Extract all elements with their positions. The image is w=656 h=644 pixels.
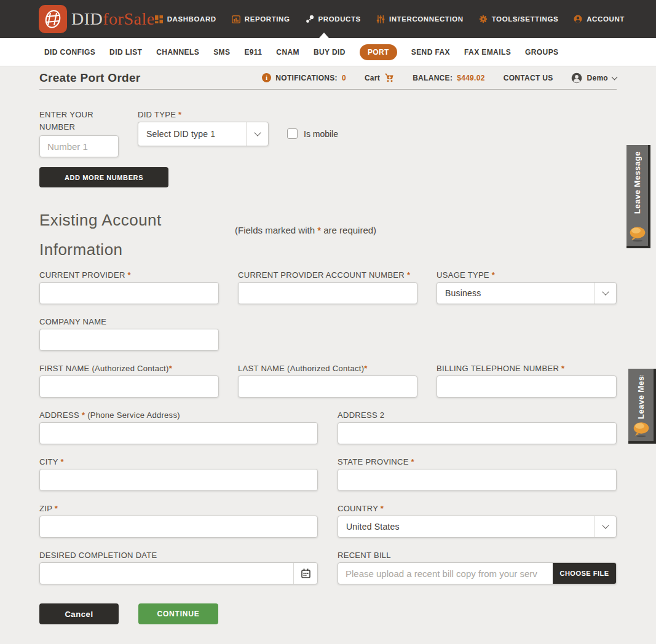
user-avatar-icon bbox=[571, 73, 582, 84]
address2-input[interactable] bbox=[338, 422, 617, 444]
tab-send-fax[interactable]: SEND FAX bbox=[411, 48, 450, 57]
current-provider-input[interactable] bbox=[39, 282, 219, 304]
notifications-link[interactable]: i NOTIFICATIONS: 0 bbox=[262, 73, 346, 82]
form-row: CURRENT PROVIDER * CURRENT PROVIDER ACCO… bbox=[39, 269, 617, 304]
select-dropdown-button[interactable] bbox=[594, 516, 616, 537]
contact-us-link[interactable]: CONTACT US bbox=[504, 74, 553, 82]
cart-link[interactable]: Cart bbox=[365, 73, 394, 82]
nav-label: PRODUCTS bbox=[318, 15, 361, 23]
user-menu[interactable]: Demo bbox=[571, 73, 617, 84]
leave-message-label: Leave Message bbox=[633, 151, 642, 214]
first-name-group: FIRST NAME (Authorized Contact)* bbox=[39, 363, 219, 398]
account-number-input[interactable] bbox=[238, 282, 417, 304]
form-row: CITY * STATE PROVINCE * bbox=[39, 456, 617, 491]
tab-cnam[interactable]: CNAM bbox=[276, 48, 299, 57]
billing-phone-input[interactable] bbox=[437, 375, 617, 398]
address-label: ADDRESS * (Phone Service Address) bbox=[39, 409, 318, 422]
select-dropdown-button[interactable] bbox=[246, 122, 268, 146]
first-name-input[interactable] bbox=[39, 375, 219, 398]
address2-label: ADDRESS 2 bbox=[338, 409, 617, 422]
billing-phone-label: BILLING TELEPHONE NUMBER * bbox=[437, 363, 617, 375]
tab-did-list[interactable]: DID LIST bbox=[109, 48, 142, 57]
choose-file-button[interactable]: CHOOSE FILE bbox=[553, 563, 616, 584]
grid-icon bbox=[155, 15, 163, 23]
did-type-label: DID TYPE * bbox=[138, 109, 181, 121]
tab-channels[interactable]: CHANNELS bbox=[156, 48, 199, 57]
share-dots-icon bbox=[306, 15, 314, 23]
nav-item-products[interactable]: PRODUCTS bbox=[306, 15, 361, 23]
address2-group: ADDRESS 2 bbox=[338, 409, 617, 444]
nav-item-tools-settings[interactable]: TOOLS/SETTINGS bbox=[479, 15, 559, 23]
current-provider-group: CURRENT PROVIDER * bbox=[39, 269, 219, 304]
did-type-select[interactable]: Select DID type 1 bbox=[138, 122, 269, 146]
add-more-numbers-button[interactable]: ADD MORE NUMBERS bbox=[39, 167, 168, 187]
recent-bill-field: Please upload a recent bill copy from yo… bbox=[338, 562, 617, 584]
bar-chart-icon bbox=[232, 15, 240, 23]
zip-input[interactable] bbox=[39, 516, 318, 538]
state-group: STATE PROVINCE * bbox=[338, 456, 617, 491]
company-name-group: COMPANY NAME bbox=[39, 316, 219, 351]
nav-item-interconnection[interactable]: INTERCONNECTION bbox=[376, 15, 464, 23]
company-name-input[interactable] bbox=[39, 329, 219, 351]
chevron-down-icon bbox=[602, 288, 609, 295]
chevron-down-icon bbox=[254, 129, 261, 136]
nav-item-account[interactable]: ACCOUNT bbox=[574, 15, 625, 23]
is-mobile-checkbox-group[interactable]: Is mobile bbox=[287, 128, 338, 139]
tab-did-configs[interactable]: DID CONFIGS bbox=[44, 48, 95, 57]
chevron-down-icon bbox=[602, 522, 609, 528]
address-input[interactable] bbox=[39, 422, 318, 444]
nav-label: DASHBOARD bbox=[167, 15, 216, 23]
completion-date-input[interactable] bbox=[40, 563, 293, 584]
page-header-right: i NOTIFICATIONS: 0 Cart BALANCE: $449.02… bbox=[262, 73, 617, 84]
tab-groups[interactable]: GROUPS bbox=[525, 48, 558, 57]
usage-type-select[interactable]: Business bbox=[437, 282, 617, 304]
nav-item-reporting[interactable]: REPORTING bbox=[232, 15, 290, 23]
sliders-icon bbox=[376, 15, 385, 23]
recent-bill-placeholder: Please upload a recent bill copy from yo… bbox=[338, 563, 553, 584]
recent-bill-label: RECENT BILL bbox=[338, 549, 617, 562]
tab-e911[interactable]: E911 bbox=[244, 48, 262, 57]
last-name-group: LAST NAME (Authorized Contact)* bbox=[238, 363, 417, 398]
page-header: Create Port Order i NOTIFICATIONS: 0 Car… bbox=[39, 66, 617, 90]
leave-message-tab-secondary[interactable]: Leave Message bbox=[628, 369, 656, 444]
city-input[interactable] bbox=[39, 469, 318, 491]
continue-button[interactable]: CONTINUE bbox=[138, 603, 218, 624]
top-nav-items: DASHBOARD REPORTING PRODUCTS INTERCONNEC… bbox=[155, 15, 625, 23]
calendar-icon bbox=[301, 568, 310, 578]
tab-fax-emails[interactable]: FAX EMAILS bbox=[464, 48, 511, 57]
nav-item-dashboard[interactable]: DASHBOARD bbox=[155, 15, 216, 23]
form-row: ADDRESS * (Phone Service Address) ADDRES… bbox=[39, 409, 617, 444]
select-dropdown-button[interactable] bbox=[594, 283, 616, 304]
balance-label: BALANCE: bbox=[413, 74, 452, 82]
cart-label: Cart bbox=[365, 74, 380, 82]
cancel-button[interactable]: Cancel bbox=[39, 603, 119, 624]
last-name-input[interactable] bbox=[238, 375, 417, 398]
chevron-down-icon bbox=[612, 74, 618, 80]
gear-icon bbox=[479, 15, 488, 23]
number-input[interactable] bbox=[39, 135, 119, 157]
tab-sms[interactable]: SMS bbox=[213, 48, 230, 57]
form-row: COMPANY NAME bbox=[39, 316, 617, 351]
completion-date-field bbox=[39, 562, 318, 584]
tab-port-active[interactable]: PORT bbox=[360, 44, 397, 60]
date-picker-button[interactable] bbox=[293, 563, 317, 584]
tab-buy-did[interactable]: BUY DID bbox=[314, 48, 346, 57]
state-input[interactable] bbox=[338, 469, 617, 491]
completion-date-label: DESIRED COMPLETION DATE bbox=[39, 549, 318, 562]
balance-display[interactable]: BALANCE: $449.02 bbox=[413, 74, 485, 82]
leave-message-tab[interactable]: Leave Message bbox=[626, 145, 650, 248]
is-mobile-checkbox[interactable] bbox=[287, 128, 298, 139]
brand-logo[interactable]: DIDforSale bbox=[39, 5, 155, 33]
port-order-form: ENTER YOUR NUMBER DID TYPE * Select DID … bbox=[39, 90, 617, 624]
country-group: COUNTRY * United States bbox=[338, 503, 617, 538]
country-select[interactable]: United States bbox=[338, 516, 617, 538]
leave-message-label: Leave Message bbox=[636, 375, 646, 419]
form-actions: Cancel CONTINUE bbox=[39, 603, 617, 624]
current-provider-label: CURRENT PROVIDER * bbox=[39, 269, 219, 281]
brand-name: DIDforSale bbox=[71, 9, 155, 29]
form-row: ZIP * COUNTRY * United States bbox=[39, 503, 617, 538]
existing-account-section-header: Existing Account Information (Fields mar… bbox=[39, 208, 617, 269]
form-row: FIRST NAME (Authorized Contact)* LAST NA… bbox=[39, 363, 617, 398]
notifications-label: NOTIFICATIONS: bbox=[275, 74, 338, 82]
state-label: STATE PROVINCE * bbox=[338, 456, 617, 468]
